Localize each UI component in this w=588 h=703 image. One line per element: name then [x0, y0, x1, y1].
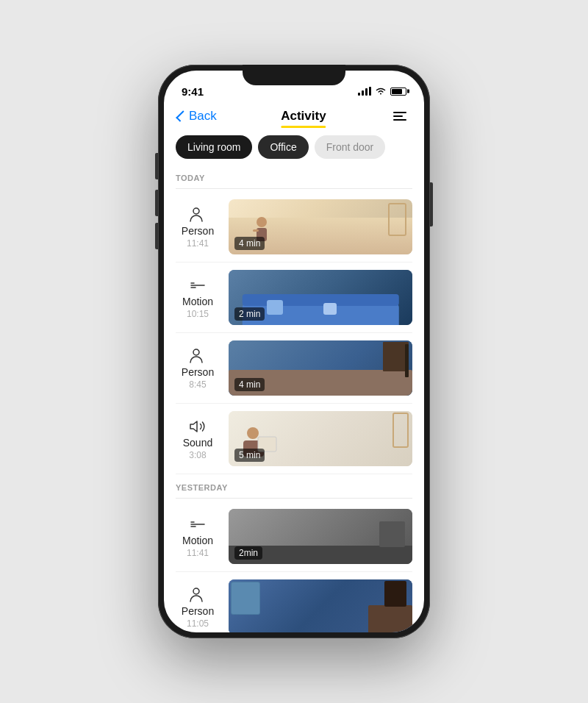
activity-thumbnail-yesterday-2[interactable]: [229, 579, 412, 632]
activity-label-2: Motion: [182, 296, 213, 307]
activity-thumbnail-today-2[interactable]: 2 min: [229, 270, 412, 325]
tab-bar: Living room Office Front door: [164, 124, 424, 165]
activity-label-3: Person: [182, 366, 214, 378]
status-icons: [358, 87, 406, 96]
duration-badge-today-1: 4 min: [234, 237, 265, 250]
person-icon-2: [189, 347, 207, 365]
activity-icon-col: Person 11:41: [176, 206, 220, 249]
activity-time-5: 11:41: [187, 548, 209, 558]
chair-decoration: [384, 581, 406, 607]
section-today-header: TODAY: [176, 165, 412, 189]
activity-label-4: Sound: [183, 437, 212, 449]
phone-notch: [243, 65, 345, 85]
svg-point-1: [257, 217, 267, 227]
crib-decoration: [388, 203, 406, 236]
back-label: Back: [189, 109, 217, 124]
svg-point-8: [247, 427, 259, 439]
tab-front-door[interactable]: Front door: [315, 135, 386, 159]
activity-time-2: 10:15: [187, 309, 209, 319]
battery-icon: [390, 88, 406, 96]
activity-icon-col-2: Motion 10:15: [176, 276, 220, 319]
svg-point-14: [193, 588, 199, 594]
back-chevron-icon: [176, 110, 187, 122]
crib-decoration-2: [392, 413, 409, 448]
nav-bar: Back Activity: [164, 103, 424, 124]
pillow2-decoration: [323, 303, 337, 315]
tab-office[interactable]: Office: [258, 135, 308, 159]
pillow-decor-2: [231, 582, 260, 615]
activity-icon-col-6: Person 11:05: [176, 586, 220, 629]
activity-item-today-2[interactable]: Motion 10:15 2 min: [176, 263, 412, 333]
activity-time-4: 3:08: [189, 450, 206, 460]
activity-item-today-3[interactable]: Person 8:45 4 min: [176, 333, 412, 404]
furniture-decoration: [379, 521, 405, 547]
activity-time: 11:41: [187, 238, 209, 249]
filter-button[interactable]: [390, 109, 409, 124]
desk-decoration-2: [368, 605, 412, 632]
phone-screen: 9:41: [164, 71, 424, 632]
activity-thumbnail-yesterday-1[interactable]: 2min: [229, 509, 412, 564]
activity-item-yesterday-2[interactable]: Person 11:05: [176, 572, 412, 632]
filter-icon-mid: [393, 115, 403, 117]
filter-icon-bot: [393, 119, 406, 121]
activity-thumbnail-today-3[interactable]: 4 min: [229, 340, 412, 396]
page-title: Activity: [281, 109, 326, 124]
activity-thumbnail-today-1[interactable]: 4 min: [229, 199, 412, 254]
activity-label: Person: [182, 225, 214, 237]
activity-icon-col-5: Motion 11:41: [176, 515, 220, 558]
motion-icon-2: [189, 515, 207, 533]
duration-badge-yesterday-1: 2min: [234, 546, 262, 560]
svg-rect-3: [253, 229, 259, 232]
back-button[interactable]: Back: [179, 109, 217, 124]
activity-list: TODAY Person 11:41: [164, 165, 424, 632]
activity-item-today-1[interactable]: Person 11:41 4 min: [176, 192, 412, 263]
filter-icon: [393, 112, 406, 113]
activity-thumbnail-today-4[interactable]: 5 min: [229, 411, 412, 466]
duration-badge-today-2: 2 min: [234, 307, 265, 321]
duration-badge-today-4: 5 min: [234, 449, 265, 462]
person-icon: [189, 206, 207, 224]
section-yesterday-header: YESTERDAY: [176, 474, 412, 499]
svg-point-0: [193, 208, 199, 214]
phone-frame: 9:41: [158, 65, 430, 638]
motion-icon: [189, 276, 207, 294]
duration-badge-today-3: 4 min: [234, 378, 265, 391]
pillow-decoration: [267, 300, 283, 315]
wifi-icon: [375, 87, 387, 96]
activity-item-today-4[interactable]: Sound 3:08 5 min: [176, 404, 412, 474]
activity-icon-col-3: Person 8:45: [176, 347, 220, 390]
tab-living-room[interactable]: Living room: [176, 135, 252, 159]
activity-label-5: Motion: [182, 535, 213, 546]
person-icon-3: [189, 586, 207, 604]
activity-label-6: Person: [182, 605, 214, 617]
status-time: 9:41: [182, 85, 204, 98]
svg-point-7: [193, 349, 199, 355]
activity-item-yesterday-1[interactable]: Motion 11:41 2min: [176, 502, 412, 572]
lamp-decoration: [405, 344, 409, 377]
app-content: Back Activity Living room Office Front d…: [164, 103, 424, 632]
signal-icon: [358, 87, 371, 96]
activity-icon-col-4: Sound 3:08: [176, 418, 220, 460]
activity-time-3: 8:45: [189, 379, 206, 390]
sound-icon: [189, 418, 207, 435]
activity-time-6: 11:05: [187, 618, 209, 629]
